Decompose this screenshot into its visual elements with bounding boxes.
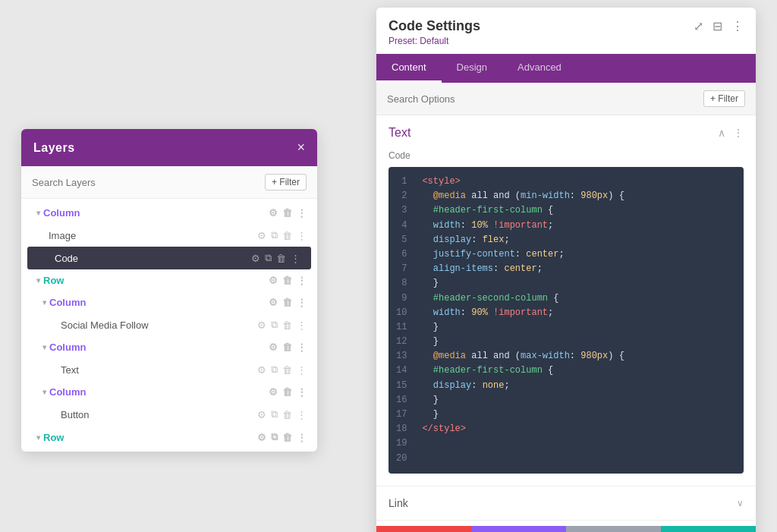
settings-icon[interactable]: ⚙	[257, 409, 266, 420]
layers-column-3[interactable]: ▾ Column ⚙ 🗑 ⋮	[21, 336, 317, 358]
more-icon[interactable]: ⋮	[297, 320, 307, 331]
settings-icon[interactable]: ⚙	[269, 275, 278, 286]
layers-close-button[interactable]: ×	[297, 140, 305, 156]
trash-icon[interactable]: 🗑	[282, 409, 292, 420]
text-section-header[interactable]: Text ∧ ⋮	[376, 115, 756, 150]
layer-column-3-label: Column	[49, 342, 269, 353]
layer-image-label: Image	[49, 230, 257, 241]
layer-column-3-actions: ⚙ 🗑 ⋮	[269, 342, 307, 353]
trash-icon[interactable]: 🗑	[282, 364, 292, 376]
settings-icon[interactable]: ⚙	[269, 207, 278, 219]
line-numbers: 1 2 3 4 5 6 7 8 9 10 11 12 13 14 15 16 1	[388, 175, 414, 466]
text-section-title: Text	[388, 126, 411, 140]
copy-icon[interactable]: ⧉	[271, 364, 278, 376]
layer-image-actions: ⚙ ⧉ 🗑 ⋮	[257, 229, 307, 241]
settings-title: Code Settings	[388, 18, 480, 34]
link-section: Link ∨	[376, 486, 756, 521]
layers-row-2[interactable]: ▾ Row ⚙ ⧉ 🗑 ⋮	[21, 426, 317, 449]
more-icon[interactable]: ⋮	[297, 342, 307, 353]
layers-list: ▾ Column ⚙ 🗑 ⋮ Image ⚙ ⧉ 🗑 ⋮ Code ⚙ ⧉	[21, 199, 317, 452]
chevron-icon: ▾	[36, 276, 40, 285]
settings-icon[interactable]: ⚙	[257, 432, 266, 443]
settings-header-icons: ⤢ ⊟ ⋮	[694, 19, 744, 33]
preset-label[interactable]: Preset: Default	[388, 36, 744, 46]
layers-social-media[interactable]: Social Media Follow ⚙ ⧉ 🗑 ⋮	[21, 313, 317, 336]
layer-column-4-actions: ⚙ 🗑 ⋮	[269, 386, 307, 398]
settings-icon[interactable]: ⚙	[257, 320, 266, 331]
text-section-icons: ∧ ⋮	[718, 127, 744, 139]
settings-icon[interactable]: ⚙	[251, 253, 260, 264]
layer-row-2-label: Row	[43, 432, 257, 443]
bottom-btn-draft[interactable]	[566, 526, 661, 532]
more-icon[interactable]: ⋮	[297, 275, 307, 286]
code-content[interactable]: <style> @media all and (min-width: 980px…	[414, 175, 744, 466]
more-icon[interactable]: ⋮	[291, 253, 300, 264]
trash-icon[interactable]: 🗑	[282, 230, 292, 241]
trash-icon[interactable]: 🗑	[282, 386, 292, 398]
trash-icon[interactable]: 🗑	[276, 253, 286, 264]
layers-code[interactable]: Code ⚙ ⧉ 🗑 ⋮	[27, 247, 311, 269]
chevron-icon: ▾	[36, 209, 40, 217]
collapse-icon[interactable]: ∧	[718, 127, 725, 139]
layer-column-1-label: Column	[43, 207, 269, 219]
expand-icon[interactable]: ⤢	[694, 19, 703, 33]
settings-icon[interactable]: ⚙	[257, 230, 266, 241]
layers-column-4[interactable]: ▾ Column ⚙ 🗑 ⋮	[21, 381, 317, 403]
link-section-title: Link	[388, 497, 408, 509]
layers-row-1[interactable]: ▾ Row ⚙ 🗑 ⋮	[21, 269, 317, 291]
layers-panel: Layers × + Filter ▾ Column ⚙ 🗑 ⋮ Image ⚙…	[21, 129, 317, 452]
layers-filter-button[interactable]: + Filter	[265, 174, 307, 190]
link-section-header[interactable]: Link ∨	[376, 486, 756, 520]
more-icon[interactable]: ⋮	[297, 230, 307, 241]
layer-text-label: Text	[61, 364, 257, 376]
settings-icon[interactable]: ⚙	[269, 342, 278, 353]
settings-header: Code Settings ⤢ ⊟ ⋮ Preset: Default	[376, 8, 756, 46]
settings-icon[interactable]: ⚙	[269, 386, 278, 398]
layer-row-1-actions: ⚙ 🗑 ⋮	[269, 275, 307, 286]
chevron-icon: ▾	[42, 388, 46, 396]
tab-design[interactable]: Design	[442, 54, 502, 83]
trash-icon[interactable]: 🗑	[282, 432, 292, 443]
bottom-btn-cancel[interactable]	[376, 526, 471, 532]
more-icon[interactable]: ⋮	[731, 19, 744, 33]
layer-actions: ⚙ 🗑 ⋮	[269, 207, 307, 219]
trash-icon[interactable]: 🗑	[282, 342, 292, 353]
code-editor[interactable]: 1 2 3 4 5 6 7 8 9 10 11 12 13 14 15 16 1	[388, 167, 744, 474]
bottom-btn-publish[interactable]	[661, 526, 756, 532]
layer-social-actions: ⚙ ⧉ 🗑 ⋮	[257, 319, 307, 331]
columns-icon[interactable]: ⊟	[713, 19, 722, 33]
layers-button[interactable]: Button ⚙ ⧉ 🗑 ⋮	[21, 403, 317, 426]
layers-search-input[interactable]	[32, 177, 265, 188]
layers-column-1[interactable]: ▾ Column ⚙ 🗑 ⋮	[21, 202, 317, 224]
more-icon[interactable]: ⋮	[297, 364, 307, 376]
layers-text[interactable]: Text ⚙ ⧉ 🗑 ⋮	[21, 358, 317, 381]
more-icon[interactable]: ⋮	[297, 297, 307, 308]
copy-icon[interactable]: ⧉	[271, 229, 278, 241]
layers-image[interactable]: Image ⚙ ⧉ 🗑 ⋮	[21, 224, 317, 247]
copy-icon[interactable]: ⧉	[271, 319, 278, 331]
trash-icon[interactable]: 🗑	[282, 297, 292, 308]
tab-advanced[interactable]: Advanced	[502, 54, 577, 83]
more-icon[interactable]: ⋮	[297, 409, 307, 420]
trash-icon[interactable]: 🗑	[282, 320, 292, 331]
layer-code-label: Code	[55, 253, 251, 264]
more-icon[interactable]: ⋮	[297, 432, 307, 443]
chevron-down-icon: ∨	[737, 498, 744, 508]
copy-icon[interactable]: ⧉	[265, 252, 272, 264]
settings-icon[interactable]: ⚙	[269, 297, 278, 308]
more-icon[interactable]: ⋮	[297, 386, 307, 398]
more-icon[interactable]: ⋮	[297, 207, 307, 219]
layers-column-2[interactable]: ▾ Column ⚙ 🗑 ⋮	[21, 291, 317, 313]
more-icon[interactable]: ⋮	[733, 127, 744, 139]
trash-icon[interactable]: 🗑	[282, 207, 292, 219]
trash-icon[interactable]: 🗑	[282, 275, 292, 286]
settings-search-input[interactable]	[387, 93, 703, 105]
copy-icon[interactable]: ⧉	[271, 431, 278, 443]
copy-icon[interactable]: ⧉	[271, 408, 278, 420]
code-label: Code	[376, 150, 756, 167]
text-section: Text ∧ ⋮ Code 1 2 3 4 5 6 7 8 9 10	[376, 115, 756, 486]
settings-filter-button[interactable]: + Filter	[703, 90, 745, 107]
settings-icon[interactable]: ⚙	[257, 364, 266, 376]
tab-content[interactable]: Content	[376, 54, 442, 83]
bottom-btn-save[interactable]	[471, 526, 566, 532]
